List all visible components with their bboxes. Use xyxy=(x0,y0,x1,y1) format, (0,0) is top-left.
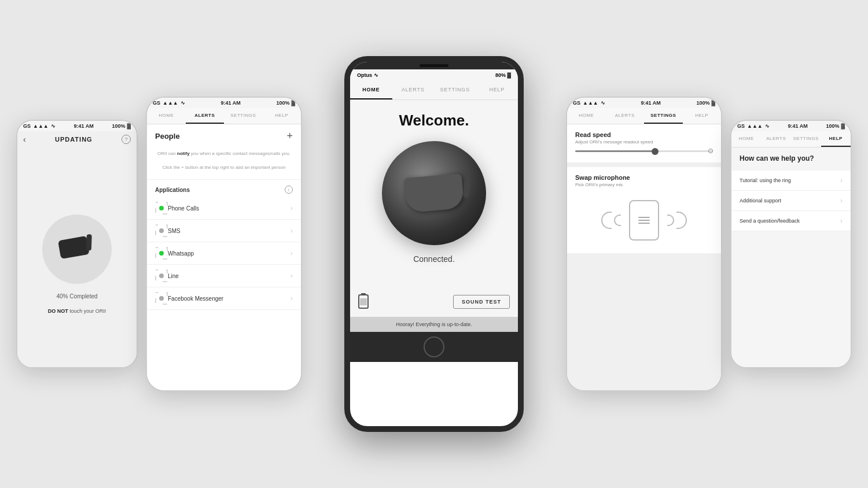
read-speed-slider-end xyxy=(708,149,713,153)
read-speed-slider-track[interactable] xyxy=(575,150,713,152)
screen4-battery: 100% xyxy=(696,100,709,106)
help-feedback-label: Send a question/feedback xyxy=(740,218,800,224)
app-item-whatsapp[interactable]: Whatsapp › xyxy=(147,242,301,265)
swap-mic-desc: Pick ORII's primary mic xyxy=(575,182,713,187)
svg-rect-13 xyxy=(361,293,366,295)
wave-arc-left-small xyxy=(614,215,621,226)
whatsapp-chevron-icon: › xyxy=(290,249,293,257)
screen5-tab-help[interactable]: HELP xyxy=(821,131,851,147)
app-item-phone-calls[interactable]: Phone Calls › xyxy=(147,197,301,220)
screen3-home-button[interactable] xyxy=(424,337,444,357)
svg-rect-1 xyxy=(86,234,92,250)
app-item-sms[interactable]: SMS › xyxy=(147,220,301,242)
app-name-whatsapp: Whatsapp xyxy=(168,250,290,257)
update-banner: Hooray! Everything is up-to-date. xyxy=(350,317,518,332)
phone-calls-bracket-icon xyxy=(155,202,168,215)
screen2-signal-icon: ▲▲▲ xyxy=(163,100,178,106)
screen3-main-content: Welcome. Connected. xyxy=(350,100,518,287)
people-title: People xyxy=(155,132,180,141)
apps-section: Applications i Phone Calls › xyxy=(147,180,301,310)
screen3-bottom-controls: SOUND TEST xyxy=(350,287,518,317)
screen4-time: 9:41 AM xyxy=(641,100,660,106)
sms-chevron-icon: › xyxy=(290,227,293,235)
screen1-signal-icon: ▲▲▲ xyxy=(33,123,49,129)
screen2-battery-icon: ▓ xyxy=(291,100,295,106)
sound-wave-right xyxy=(667,212,687,229)
device-sphere xyxy=(382,141,486,245)
phone-calls-chevron-icon: › xyxy=(290,204,293,212)
app-name-fb-messenger: Facebook Messenger xyxy=(168,295,290,302)
mic-device-area xyxy=(575,194,713,246)
screen5-frame: GS ▲▲▲ ∿ 9:41 AM 100% ▓ HOME ALERTS SETT… xyxy=(730,120,852,368)
screen5-tab-alerts[interactable]: ALERTS xyxy=(762,131,792,147)
mic-lines xyxy=(638,217,650,224)
svg-rect-14 xyxy=(360,298,367,305)
screen1-battery: 100% xyxy=(112,123,125,129)
app-item-line[interactable]: Line › xyxy=(147,265,301,287)
mic-line-3 xyxy=(638,223,650,224)
screen5-tab-settings[interactable]: SETTINGS xyxy=(791,131,821,147)
screen2-time: 9:41 AM xyxy=(220,100,240,106)
screen5-wifi-icon: ∿ xyxy=(765,123,770,129)
screen4-tab-alerts[interactable]: ALERTS xyxy=(606,108,645,124)
screen4-content: Read speed Adjust ORII's message readout… xyxy=(567,124,721,391)
screen1-frame: GS ▲▲▲ ∿ 9:41 AM 100% ▓ ‹ UPDATING ? xyxy=(16,120,138,368)
screen5-signal-icon: ▲▲▲ xyxy=(747,123,763,129)
read-speed-slider-thumb[interactable] xyxy=(652,148,659,155)
app-name-phone-calls: Phone Calls xyxy=(168,205,290,212)
screen5-battery: 100% xyxy=(826,123,839,129)
whatsapp-bracket-icon xyxy=(155,247,168,260)
screen2-tab-settings[interactable]: SETTINGS xyxy=(224,108,263,124)
screen5-tab-home[interactable]: HOME xyxy=(731,131,762,147)
help-feedback-chevron-icon: › xyxy=(840,217,843,225)
wave-arc-right-large xyxy=(676,212,687,229)
screen5-time: 9:41 AM xyxy=(788,123,807,129)
screen3-tab-help[interactable]: HELP xyxy=(476,81,518,99)
screen3-tab-alerts[interactable]: ALERTS xyxy=(392,81,435,99)
screen1-warning-rest: touch your ORII xyxy=(68,308,106,314)
screen2-tab-alerts[interactable]: ALERTS xyxy=(186,108,225,124)
screen4-nav: HOME ALERTS SETTINGS HELP xyxy=(567,108,721,124)
sound-wave-left xyxy=(601,212,621,229)
mic-line-1 xyxy=(638,217,650,218)
screen3-tab-home[interactable]: HOME xyxy=(350,81,392,99)
screen4-wifi-icon: ∿ xyxy=(601,100,605,106)
help-item-feedback[interactable]: Send a question/feedback › xyxy=(731,211,851,231)
screen2-tab-help[interactable]: HELP xyxy=(263,108,301,124)
screen2-frame: GS ▲▲▲ ∿ 9:41 AM 100% ▓ HOME ALERTS SETT… xyxy=(146,97,302,391)
screen3-wrapper: Optus ∿ 80% ▓ HOME ALERTS SETTINGS HELP … xyxy=(344,56,524,432)
screen5-wrapper: GS ▲▲▲ ∿ 9:41 AM 100% ▓ HOME ALERTS SETT… xyxy=(730,120,852,368)
help-item-support[interactable]: Additional support › xyxy=(731,191,851,211)
swap-mic-title: Swap microphone xyxy=(575,174,713,181)
help-question-icon[interactable]: ? xyxy=(122,135,131,144)
app-item-facebook-messenger[interactable]: Facebook Messenger › xyxy=(147,287,301,310)
screen1-wifi-icon: ∿ xyxy=(51,123,56,129)
device-circle xyxy=(42,215,112,284)
svg-point-11 xyxy=(159,296,164,301)
device-inner xyxy=(404,173,465,213)
screen5-carrier: GS xyxy=(737,123,745,129)
screen4-tab-help[interactable]: HELP xyxy=(683,108,722,124)
add-person-button[interactable]: + xyxy=(286,130,293,142)
screen1-content: 40% Completed DO NOT touch your ORII xyxy=(17,147,137,368)
screen2-tab-home[interactable]: HOME xyxy=(147,108,186,124)
help-item-tutorial[interactable]: Tutorial: using the ring › xyxy=(731,171,851,191)
notch-speaker xyxy=(420,64,448,67)
back-arrow-icon[interactable]: ‹ xyxy=(23,135,26,144)
svg-point-3 xyxy=(159,206,164,210)
screen4-tab-settings[interactable]: SETTINGS xyxy=(644,108,683,124)
screen3-battery: 80% ▓ xyxy=(495,72,511,78)
screen2-carrier: GS xyxy=(153,100,160,106)
screen2-battery: 100% xyxy=(276,100,289,106)
screen4-tab-home[interactable]: HOME xyxy=(567,108,606,124)
screen3-tab-settings[interactable]: SETTINGS xyxy=(434,81,476,99)
screen1-header: ‹ UPDATING ? xyxy=(17,131,137,147)
mic-line-2 xyxy=(638,220,650,221)
screen3-home-button-bar xyxy=(350,332,518,362)
apps-info-icon[interactable]: i xyxy=(285,186,293,194)
screen5-content: How can we help you? Tutorial: using the… xyxy=(731,147,851,368)
screen1-battery-icon: ▓ xyxy=(127,123,131,129)
screens-container: GS ▲▲▲ ∿ 9:41 AM 100% ▓ ‹ UPDATING ? xyxy=(0,0,868,488)
settings-divider xyxy=(567,162,721,167)
sound-test-button[interactable]: SOUND TEST xyxy=(453,295,510,309)
